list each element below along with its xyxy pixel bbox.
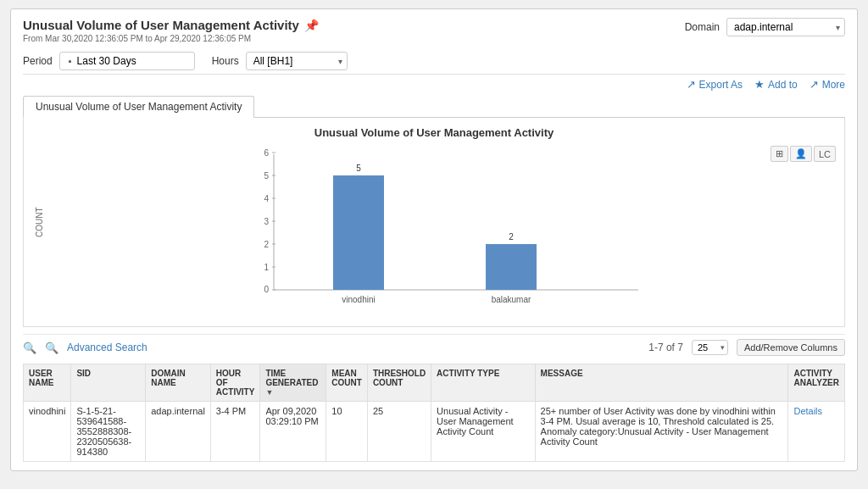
advanced-search-button[interactable]: Advanced Search [67, 342, 147, 353]
search-left: 🔍 🔍 Advanced Search [23, 342, 147, 354]
cell-activity-analyzer: Details [788, 402, 845, 462]
tab-unusual-volume[interactable]: Unusual Volume of User Management Activi… [23, 96, 254, 118]
header-row: Unusual Volume of User Management Activi… [23, 18, 845, 43]
svg-text:2: 2 [509, 232, 514, 242]
chart-person-icon[interactable]: 👤 [790, 146, 812, 162]
bar-vinodhini[interactable] [333, 175, 384, 290]
hours-label: Hours [212, 55, 239, 67]
svg-text:5: 5 [356, 164, 361, 173]
y-axis-label: COUNT [32, 146, 47, 298]
th-message: MESSAGE [535, 364, 788, 402]
add-remove-columns-button[interactable]: Add/Remove Columns [737, 339, 845, 356]
cell-threshold-count: 25 [367, 402, 431, 462]
th-threshold-count: THRESHOLDCOUNT [367, 364, 431, 402]
results-table: USERNAME SID DOMAINNAME HOUROFACTIVITY T… [23, 364, 845, 462]
details-link[interactable]: Details [793, 406, 822, 416]
title-section: Unusual Volume of User Management Activi… [23, 18, 319, 43]
per-page-select[interactable]: 25 50 100 [692, 340, 728, 355]
cell-username: vinodhini [24, 402, 71, 462]
add-remove-label: Add/Remove Columns [744, 342, 837, 353]
star-icon: ★ [754, 78, 765, 91]
more-button[interactable]: ↗ More [810, 78, 845, 91]
th-domain: DOMAINNAME [146, 364, 211, 402]
chart-svg-container: 0 1 2 3 4 5 6 [51, 146, 836, 318]
search-row: 🔍 🔍 Advanced Search 1-7 of 7 25 50 100 A… [23, 334, 845, 360]
advanced-search-label: Advanced Search [67, 342, 147, 353]
svg-text:2: 2 [264, 240, 269, 249]
cell-time-generated: Apr 09,202003:29:10 PM [260, 402, 326, 462]
more-icon: ↗ [810, 78, 819, 91]
add-to-button[interactable]: ★ Add to [754, 78, 798, 91]
th-username: USERNAME [24, 364, 71, 402]
period-text: Last 30 Days [77, 55, 136, 67]
svg-text:vinodhini: vinodhini [342, 295, 375, 304]
hours-select-wrapper: All [BH1] [246, 52, 348, 70]
pin-icon[interactable]: 📌 [304, 19, 319, 32]
domain-section: Domain adap.internal [685, 18, 845, 36]
svg-text:0: 0 [264, 285, 269, 294]
hours-section: Hours All [BH1] [212, 52, 348, 70]
more-label: More [822, 79, 845, 91]
search-icon[interactable]: 🔍 [23, 342, 36, 354]
bar-chart-svg: 0 1 2 3 4 5 6 [51, 146, 836, 315]
period-label: Period [23, 55, 53, 67]
chart-wrapper: ⊞ 👤 LC COUNT 0 1 2 3 [32, 146, 836, 318]
records-info: 1-7 of 7 [648, 342, 683, 353]
search-icon-2[interactable]: 🔍 [45, 342, 58, 354]
chart-controls: ⊞ 👤 LC [771, 146, 836, 162]
th-hour: HOUROFACTIVITY [210, 364, 260, 402]
chart-bar-icon[interactable]: ⊞ [771, 146, 788, 162]
export-as-button[interactable]: ↗ Export As [687, 78, 743, 91]
chart-title: Unusual Volume of User Management Activi… [32, 126, 836, 139]
page-title: Unusual Volume of User Management Activi… [23, 18, 319, 32]
hours-select[interactable]: All [BH1] [246, 52, 348, 70]
period-section: Period ▪ Last 30 Days [23, 52, 195, 70]
svg-text:1: 1 [264, 263, 269, 272]
th-mean-count: MEANCOUNT [326, 364, 368, 402]
cell-message: 25+ number of User Activity was done by … [535, 402, 788, 462]
tab-bar: Unusual Volume of User Management Activi… [23, 96, 845, 118]
per-page-wrapper: 25 50 100 [692, 340, 728, 355]
table-header-row: USERNAME SID DOMAINNAME HOUROFACTIVITY T… [24, 364, 845, 402]
svg-text:balakumar: balakumar [492, 295, 531, 304]
domain-select[interactable]: adap.internal [726, 18, 845, 36]
svg-text:3: 3 [264, 217, 269, 226]
date-range: From Mar 30,2020 12:36:05 PM to Apr 29,2… [23, 34, 319, 43]
tab-label: Unusual Volume of User Management Activi… [36, 101, 242, 113]
action-bar: ↗ Export As ★ Add to ↗ More [23, 78, 845, 91]
cell-activity-type: Unusual Activity - User Management Activ… [431, 402, 535, 462]
export-icon: ↗ [687, 78, 696, 91]
th-sid: SID [71, 364, 146, 402]
th-activity-analyzer: ACTIVITYANALYZER [788, 364, 845, 402]
export-label: Export As [699, 79, 743, 91]
th-time-generated[interactable]: TIMEGENERATED ▼ [260, 364, 326, 402]
title-text: Unusual Volume of User Management Activi… [23, 18, 299, 32]
add-to-label: Add to [768, 79, 798, 91]
domain-select-wrapper: adap.internal [726, 18, 845, 36]
table-row: vinodhini S-1-5-21-539641588-3552888308-… [24, 402, 845, 462]
chart-line-icon[interactable]: LC [814, 146, 836, 162]
cell-hour: 3-4 PM [210, 402, 260, 462]
search-right: 1-7 of 7 25 50 100 Add/Remove Columns [648, 339, 845, 356]
period-value[interactable]: ▪ Last 30 Days [59, 52, 195, 70]
cell-sid: S-1-5-21-539641588-3552888308-2320505638… [71, 402, 146, 462]
th-activity-type: ACTIVITY TYPE [431, 364, 535, 402]
cell-mean-count: 10 [326, 402, 368, 462]
domain-label: Domain [685, 21, 720, 33]
bar-balakumar[interactable] [486, 244, 537, 290]
svg-text:6: 6 [264, 148, 269, 158]
cell-domain: adap.internal [146, 402, 211, 462]
svg-text:4: 4 [264, 194, 269, 203]
svg-text:5: 5 [264, 171, 269, 181]
chart-area: Unusual Volume of User Management Activi… [23, 118, 845, 327]
calendar-icon: ▪ [69, 56, 72, 66]
controls-row: Period ▪ Last 30 Days Hours All [BH1] [23, 48, 845, 75]
